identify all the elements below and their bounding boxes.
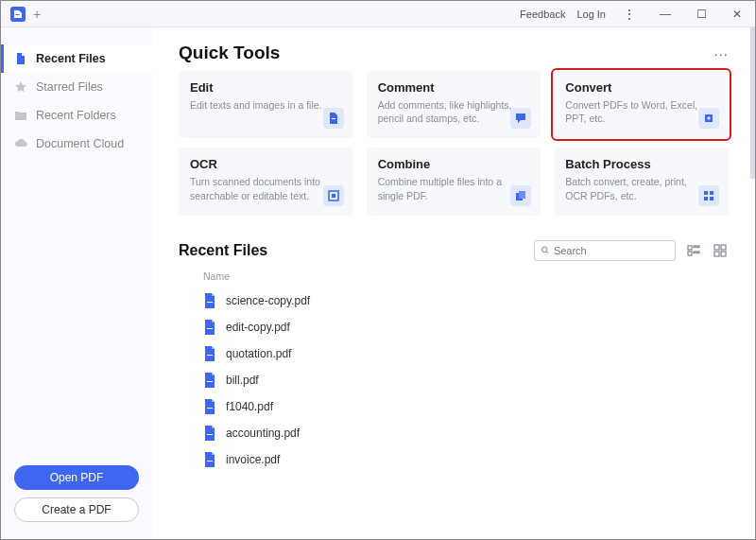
svg-rect-5 — [519, 191, 525, 199]
tool-title: OCR — [190, 157, 342, 171]
minimize-button[interactable]: — — [653, 5, 678, 24]
list-view-button[interactable] — [685, 242, 702, 259]
file-name: invoice.pdf — [226, 453, 280, 466]
sidebar-item-label: Recent Files — [36, 52, 106, 65]
main-area: Quick Tools ··· Edit Edit texts and imag… — [152, 27, 755, 539]
file-name: edit-copy.pdf — [226, 321, 290, 334]
folder-icon — [14, 109, 27, 122]
tool-card-ocr[interactable]: OCR Turn scanned documents into searchab… — [179, 148, 353, 215]
column-name-header: Name — [179, 267, 729, 287]
svg-rect-8 — [704, 197, 708, 200]
svg-rect-22 — [207, 355, 213, 356]
ocr-icon — [323, 185, 344, 206]
file-list: science-copy.pdfedit-copy.pdfquotation.p… — [179, 287, 729, 473]
tool-card-batch-process[interactable]: Batch Process Batch convert, create, pri… — [554, 148, 729, 215]
scrollbar[interactable] — [750, 27, 755, 179]
file-row[interactable]: invoice.pdf — [179, 446, 729, 473]
svg-rect-15 — [694, 252, 699, 253]
cloud-icon — [14, 137, 27, 150]
open-pdf-button[interactable]: Open PDF — [14, 465, 139, 490]
pdf-file-icon — [203, 320, 216, 335]
tool-card-comment[interactable]: Comment Add comments, like highlights, p… — [367, 71, 541, 138]
file-name: accounting.pdf — [226, 427, 300, 440]
sidebar-item-recent-folders[interactable]: Recent Folders — [1, 101, 152, 130]
file-icon — [14, 52, 27, 65]
tool-desc: Convert PDFs to Word, Excel, PPT, etc. — [565, 98, 707, 125]
titlebar: + Feedback Log In ⋮ — ☐ ✕ — [1, 1, 755, 27]
tool-desc: Batch convert, create, print, OCR PDFs, … — [565, 175, 707, 201]
svg-rect-24 — [207, 408, 213, 409]
combine-icon — [510, 185, 531, 206]
tool-desc: Turn scanned documents into searchable o… — [190, 175, 332, 201]
new-tab-button[interactable]: + — [33, 7, 41, 22]
create-pdf-button[interactable]: Create a PDF — [14, 497, 139, 522]
svg-rect-13 — [694, 246, 699, 248]
svg-rect-17 — [721, 245, 726, 250]
grid-view-button[interactable] — [712, 242, 729, 259]
file-name: bill.pdf — [226, 374, 259, 387]
svg-rect-6 — [704, 191, 708, 195]
svg-rect-1 — [332, 118, 335, 119]
tool-card-edit[interactable]: Edit Edit texts and images in a file. — [179, 71, 353, 138]
pdf-file-icon — [203, 346, 216, 361]
svg-rect-18 — [714, 252, 719, 256]
app-logo-icon — [10, 7, 26, 22]
convert-icon — [698, 108, 719, 129]
sidebar-item-recent-files[interactable]: Recent Files — [1, 44, 152, 73]
feedback-link[interactable]: Feedback — [520, 9, 565, 20]
pdf-file-icon — [203, 452, 216, 467]
file-row[interactable]: science-copy.pdf — [179, 287, 729, 314]
file-row[interactable]: edit-copy.pdf — [179, 314, 729, 340]
svg-rect-20 — [207, 302, 213, 303]
maximize-button[interactable]: ☐ — [689, 5, 713, 24]
svg-rect-21 — [207, 328, 213, 329]
pdf-file-icon — [203, 426, 216, 441]
sidebar-item-label: Recent Folders — [36, 109, 116, 122]
more-options-button[interactable]: ··· — [713, 45, 729, 61]
quick-tools-grid: Edit Edit texts and images in a file. Co… — [179, 71, 729, 216]
recent-files-heading: Recent Files — [179, 242, 267, 259]
tool-card-convert[interactable]: Convert Convert PDFs to Word, Excel, PPT… — [554, 71, 729, 138]
svg-line-11 — [546, 252, 548, 253]
tool-title: Batch Process — [565, 157, 717, 171]
edit-icon — [323, 108, 344, 129]
batch-icon — [698, 185, 719, 206]
close-button[interactable]: ✕ — [725, 5, 749, 24]
svg-rect-23 — [207, 381, 213, 382]
file-name: science-copy.pdf — [226, 294, 310, 307]
file-name: f1040.pdf — [226, 400, 273, 413]
svg-rect-3 — [332, 194, 335, 198]
file-row[interactable]: quotation.pdf — [179, 340, 729, 367]
menu-dots-button[interactable]: ⋮ — [617, 5, 642, 24]
sidebar-item-label: Document Cloud — [36, 137, 124, 150]
svg-rect-16 — [714, 245, 719, 250]
tool-desc: Combine multiple files into a single PDF… — [378, 175, 520, 201]
svg-rect-19 — [721, 252, 726, 256]
tool-title: Combine — [378, 157, 530, 171]
svg-rect-0 — [16, 14, 20, 15]
svg-rect-14 — [688, 252, 692, 255]
file-row[interactable]: bill.pdf — [179, 367, 729, 393]
file-row[interactable]: f1040.pdf — [179, 393, 729, 420]
quick-tools-heading: Quick Tools — [179, 43, 280, 63]
sidebar-item-document-cloud[interactable]: Document Cloud — [1, 130, 152, 158]
svg-rect-9 — [710, 197, 713, 200]
star-icon — [14, 80, 27, 94]
tool-card-combine[interactable]: Combine Combine multiple files into a si… — [367, 148, 541, 215]
file-name: quotation.pdf — [226, 347, 291, 360]
pdf-file-icon — [203, 293, 216, 308]
svg-rect-7 — [710, 191, 713, 195]
sidebar: Recent Files Starred Files Recent Folder… — [1, 27, 152, 539]
search-input[interactable] — [554, 245, 669, 256]
search-icon — [541, 245, 550, 255]
sidebar-item-starred-files[interactable]: Starred Files — [1, 73, 152, 101]
tool-title: Edit — [190, 80, 342, 95]
login-link[interactable]: Log In — [576, 9, 606, 20]
tool-desc: Edit texts and images in a file. — [190, 98, 332, 112]
svg-rect-25 — [207, 434, 213, 435]
file-row[interactable]: accounting.pdf — [179, 420, 729, 446]
tool-desc: Add comments, like highlights, pencil an… — [378, 98, 520, 125]
svg-rect-12 — [688, 246, 692, 250]
pdf-file-icon — [203, 373, 216, 388]
search-box[interactable] — [534, 240, 676, 261]
